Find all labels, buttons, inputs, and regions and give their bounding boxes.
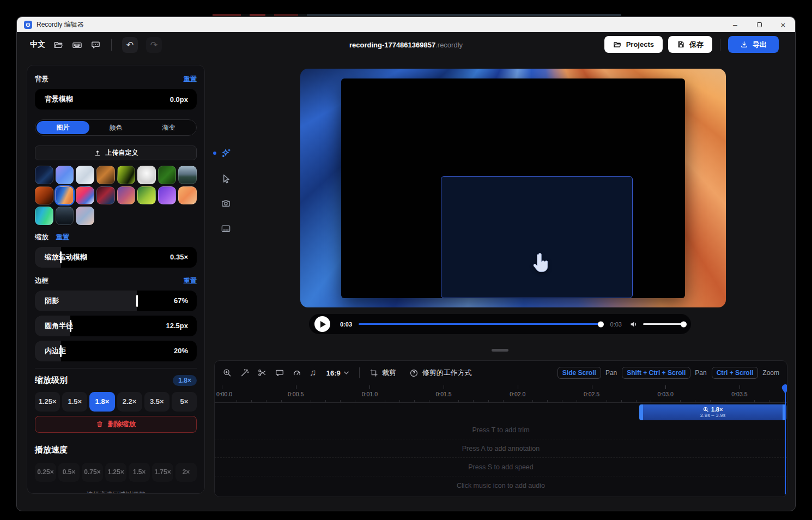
ruler-major-tick <box>740 385 740 389</box>
zoom-option-1.8×[interactable]: 1.8× <box>89 392 114 412</box>
timeline-zoom-region[interactable]: 1.8× 2.9s – 3.9s <box>639 404 786 420</box>
timeline-toolbar: ♫ 16:9 裁剪 修剪的工作方式 Side ScrollPanShift + … <box>215 361 787 385</box>
zoom-option-2.2×[interactable]: 2.2× <box>117 392 142 412</box>
background-blur-slider[interactable]: 背景模糊0.0px <box>35 89 197 110</box>
slider-value: 12.5px <box>166 316 188 336</box>
speed-option-2×[interactable]: 2× <box>175 463 197 482</box>
magic-wand-icon[interactable] <box>240 368 250 378</box>
background-thumb-17[interactable] <box>35 207 53 225</box>
maximize-button[interactable] <box>747 17 771 32</box>
background-thumb-16[interactable] <box>178 186 197 205</box>
zoom-selection-region[interactable] <box>441 176 633 298</box>
background-tab-2[interactable]: 颜色 <box>89 121 142 134</box>
panel-resize-handle[interactable] <box>492 349 508 352</box>
delete-zoom-button[interactable]: 删除缩放 <box>35 416 197 433</box>
sparkle-icon <box>220 148 232 159</box>
keyboard-icon[interactable] <box>72 40 82 50</box>
background-thumb-4[interactable] <box>96 166 115 184</box>
play-button[interactable] <box>314 316 330 332</box>
zoom-option-5×[interactable]: 5× <box>172 392 197 412</box>
crop-button[interactable]: 裁剪 <box>369 368 396 378</box>
progress-knob[interactable] <box>598 321 604 327</box>
language-button[interactable]: 中文 <box>30 40 45 50</box>
save-button[interactable]: 保存 <box>668 36 712 53</box>
redo-button[interactable]: ↷ <box>146 37 162 53</box>
slider-handle[interactable] <box>136 295 138 307</box>
background-thumb-1[interactable] <box>35 166 53 184</box>
background-thumb-12[interactable] <box>96 186 115 205</box>
background-thumb-14[interactable] <box>137 186 156 205</box>
zoom-reset-link[interactable]: 重置 <box>56 233 69 242</box>
camera-tool-button[interactable] <box>216 198 235 209</box>
background-thumb-7[interactable] <box>158 166 177 184</box>
undo-button[interactable]: ↶ <box>122 37 138 53</box>
zoom-option-1.5×[interactable]: 1.5× <box>62 392 87 412</box>
cursor-tool-button[interactable] <box>216 173 235 184</box>
zoom-option-1.25×[interactable]: 1.25× <box>35 392 60 412</box>
export-button[interactable]: 导出 <box>728 36 779 53</box>
background-thumb-15[interactable] <box>158 186 177 205</box>
volume-slider[interactable] <box>643 323 686 325</box>
background-thumb-6[interactable] <box>137 166 156 184</box>
progress-slider[interactable] <box>359 323 603 325</box>
timeline-hint-4[interactable]: Click music icon to add audio <box>215 476 787 495</box>
background-tab-1[interactable]: 图片 <box>37 121 89 134</box>
background-thumb-18[interactable] <box>56 207 74 225</box>
ruler-minor-tick <box>725 400 725 402</box>
background-thumb-10[interactable] <box>56 186 74 205</box>
speed-option-1.75×[interactable]: 1.75× <box>152 463 173 482</box>
speed-option-1.5×[interactable]: 1.5× <box>129 463 150 482</box>
speed-option-0.25×[interactable]: 0.25× <box>35 463 56 482</box>
close-button[interactable]: × <box>771 17 795 32</box>
background-tab-3[interactable]: 渐变 <box>142 121 195 134</box>
aspect-ratio-dropdown[interactable]: 16:9 <box>326 369 349 377</box>
playhead-line[interactable] <box>785 385 786 494</box>
background-thumb-2[interactable] <box>56 166 74 184</box>
zoom-in-icon[interactable] <box>222 368 232 378</box>
volume-knob[interactable] <box>681 321 687 327</box>
speed-option-0.5×[interactable]: 0.5× <box>58 463 80 482</box>
timeline-hint-2[interactable]: Press A to add annotation <box>215 439 787 458</box>
minimize-button[interactable]: – <box>723 17 747 32</box>
background-reset-link[interactable]: 重置 <box>184 75 197 84</box>
trim-help-button[interactable]: 修剪的工作方式 <box>409 368 472 378</box>
frame-reset-link[interactable]: 重置 <box>184 276 197 286</box>
ruler-label: 0:03.0 <box>658 391 674 397</box>
background-thumb-8[interactable] <box>178 166 197 184</box>
speed-option-0.75×[interactable]: 0.75× <box>82 463 103 482</box>
player-bar: 0:03 0:03 <box>309 314 691 334</box>
background-thumb-19[interactable] <box>76 207 94 225</box>
background-thumb-3[interactable] <box>76 166 94 184</box>
scissors-icon[interactable] <box>257 368 267 378</box>
upload-custom-button[interactable]: 上传自定义 <box>35 146 197 160</box>
annotation-icon[interactable] <box>275 368 284 378</box>
timeline-hint-3[interactable]: Press S to add speed <box>215 458 787 476</box>
background-thumb-13[interactable] <box>117 186 136 205</box>
open-folder-icon[interactable] <box>53 40 64 50</box>
projects-button[interactable]: Projects <box>604 36 663 53</box>
music-icon[interactable]: ♫ <box>310 367 317 378</box>
speed-option-1.25×[interactable]: 1.25× <box>105 463 126 482</box>
ruler-minor-tick <box>399 400 400 402</box>
zoom-option-3.5×[interactable]: 3.5× <box>144 392 169 412</box>
aspect-ratio-value: 16:9 <box>326 369 341 377</box>
zoom-level-title: 缩放级别 <box>35 375 68 385</box>
background-thumb-5[interactable] <box>117 166 136 184</box>
background-thumb-9[interactable] <box>35 186 53 205</box>
shortcut-keys: Side Scroll <box>558 367 601 379</box>
playhead-handle[interactable] <box>781 384 787 394</box>
caption-tool-button[interactable] <box>216 223 235 234</box>
timeline-ruler[interactable]: 0:00.00:00.50:01.00:01.50:02.00:02.50:03… <box>215 385 787 403</box>
timeline-hint-1[interactable]: Press T to add trim <box>215 421 787 439</box>
corner-radius-slider[interactable]: 圆角半径12.5px <box>35 316 197 336</box>
background-thumb-11[interactable] <box>76 186 94 205</box>
ruler-minor-tick <box>251 400 252 402</box>
shortcut-action: Zoom <box>762 369 779 377</box>
shadow-slider[interactable]: 阴影67% <box>35 291 197 311</box>
volume-icon[interactable] <box>629 320 638 329</box>
feedback-chat-icon[interactable] <box>90 40 101 50</box>
padding-slider[interactable]: 内边距20% <box>35 341 197 361</box>
effects-tool-button[interactable] <box>216 148 235 159</box>
speed-gauge-icon[interactable] <box>292 368 302 378</box>
zoom-motion-blur-slider[interactable]: 缩放运动模糊0.35× <box>35 247 197 268</box>
